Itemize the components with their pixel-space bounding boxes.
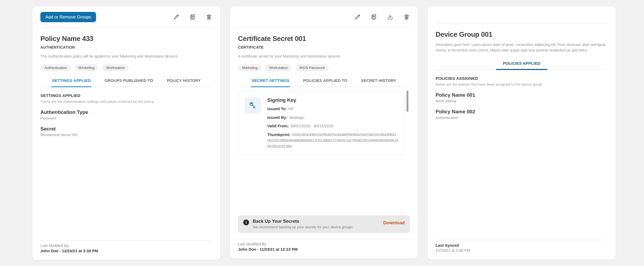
policy-description: This Authentication policy will be appli… [40,54,212,59]
scrollbar-thumb[interactable] [407,91,408,112]
policy-tags: Authentication MArketing Workstation [40,64,212,71]
banner-title: Back Up Your Secrets [253,219,353,224]
signing-key-details: Signing Key Issued To:HP Issued By:Veras… [267,97,398,149]
group-tabs: POLICIES APPLIED [436,61,608,70]
secret-action-icons [354,13,410,20]
copy-icon[interactable] [370,13,377,20]
policy-name: Policy Name 002 [436,109,608,115]
secret-description: A certificate secret for your Marketing … [238,54,410,59]
valid-from-value: 09/01/2020 - 90/15/2020 [290,124,333,128]
delete-icon[interactable] [403,13,410,20]
secret-title: Certificate Secret 001 [238,35,410,43]
setting-name: Secret [40,126,212,132]
tab-settings-applied[interactable]: SETTINGS APPLIED [51,78,91,87]
tag-workstation: Workstation [102,64,129,71]
tag-workstation: Workstation [265,64,292,71]
setting-value: Password [40,116,212,120]
assigned-policy-001: Policy Name 001 BIOS Setting [436,92,608,103]
last-modified-label: Last Modified By [238,242,410,246]
policy-name: Policy Name 001 [436,92,608,98]
secret-tags: Marketing Workstation BIOS Password [238,64,410,71]
tab-groups-published-to[interactable]: GROUPS PUBLISHED TO [104,78,154,87]
secret-tab-content: Signing Key Issued To:HP Issued By:Veras… [238,87,410,239]
issued-by-label: Issued By: [267,115,287,120]
valid-from-row: Valid From:09/01/2020 - 90/15/2020 [267,123,398,129]
policy-footer: Last Modified By John Doe - 12/23/21 at … [40,240,212,253]
thumbprint-label: Thumbprint: [267,132,290,137]
tab-secret-settings[interactable]: SECRET SETTINGS [251,78,290,87]
issued-to-label: Issued To: [267,106,287,111]
signing-key-title: Signing Key [267,97,398,103]
last-modified-value: John Doe - 12/23/21 at 3:30 PM [40,249,212,253]
info-icon: i [243,220,249,225]
policies-assigned-heading: POLICIES ASSIGNED [436,76,608,81]
edit-icon[interactable] [173,13,180,20]
setting-secret: Secret Wonderland Secret 001 [40,126,212,137]
delete-icon[interactable] [206,13,212,20]
tag-authentication: Authentication [40,64,71,71]
policy-type: BIOS Setting [436,99,608,103]
download-icon[interactable] [387,13,394,20]
issued-to-value: HP [288,106,294,111]
issued-by-row: Issued By:Verasign [267,115,398,120]
tab-policies-applied-to[interactable]: POLICIES APPLIED TO [303,78,348,87]
issued-to-row: Issued To:HP [267,106,398,112]
policies-assigned-helper: Below are the policies that have been as… [436,82,608,86]
policy-type: Authentication [436,116,608,120]
setting-value: Wonderland Secret 001 [40,133,212,137]
device-group-card: Device Group 001 Description goes here. … [427,6,616,260]
setting-authentication-type: Authentication Type Password [40,109,212,120]
assigned-policy-002: Policy Name 002 Authentication [436,109,608,120]
cards-row: Add or Remove Groups Policy Name 433 AUT… [0,0,644,260]
policy-title: Policy Name 433 [40,35,212,43]
issued-by-value: Verasign [289,115,304,120]
group-card-header [436,6,608,24]
secret-card: Certificate Secret 001 CERTIFICATE A cer… [230,6,418,259]
valid-from-label: Valid From: [267,124,289,128]
copy-icon[interactable] [189,13,196,20]
policy-card: Add or Remove Groups Policy Name 433 AUT… [32,6,221,260]
secret-tabs: SECRET SETTINGS POLICIES APPLIED TO SECR… [238,78,410,87]
tab-policy-history[interactable]: POLICY HISTORY [166,78,201,87]
policy-category-label: AUTHENTICATION [40,45,212,49]
key-icon [245,97,261,114]
tab-secret-history[interactable]: SECRET HISTORY [360,78,397,87]
last-synced-label: Last Synced [436,243,608,248]
settings-applied-helper: These are the Authentication settings an… [40,100,212,104]
add-or-remove-groups-button[interactable]: Add or Remove Groups [40,12,96,22]
tag-bios-password: BIOS Password [295,64,328,71]
thumbprint-row: Thumbprint:00202454306410205402504948055… [267,132,398,149]
policy-action-icons [173,13,212,20]
group-title: Device Group 001 [436,30,608,39]
group-footer: Last Synced 12/23/21 at 3:30 PM [436,240,608,253]
policy-tabs: SETTINGS APPLIED GROUPS PUBLISHED TO POL… [40,78,212,87]
download-link[interactable]: Download [383,220,405,226]
secret-footer: Last Modified By John Doe - 11/23/21 at … [238,239,410,251]
banner-subtitle: We recommend backing up your secrets for… [253,225,353,229]
edit-icon[interactable] [354,13,361,20]
tag-marketing: Marketing [238,64,261,71]
policy-card-header: Add or Remove Groups [40,6,212,28]
last-synced-value: 12/23/21 at 3:30 PM [436,248,608,253]
signing-key-item[interactable]: Signing Key Issued To:HP Issued By:Veras… [238,91,405,155]
group-description: Description goes here. Lorem ipsum dolor… [436,42,608,53]
last-modified-value: John Doe - 11/23/21 at 12:23 PM [238,247,410,251]
banner-text: Back Up Your Secrets We recommend backin… [253,219,353,229]
last-modified-label: Last Modified By [40,244,212,248]
secret-card-header [238,6,410,28]
tab-policies-applied[interactable]: POLICIES APPLIED [496,61,547,70]
settings-applied-heading: SETTINGS APPLIED [40,93,212,98]
tag-marketing: MArketing [75,64,99,71]
setting-name: Authentication Type [40,109,212,115]
backup-secrets-banner: i Back Up Your Secrets We recommend back… [238,215,410,233]
secret-category-label: CERTIFICATE [238,45,410,49]
